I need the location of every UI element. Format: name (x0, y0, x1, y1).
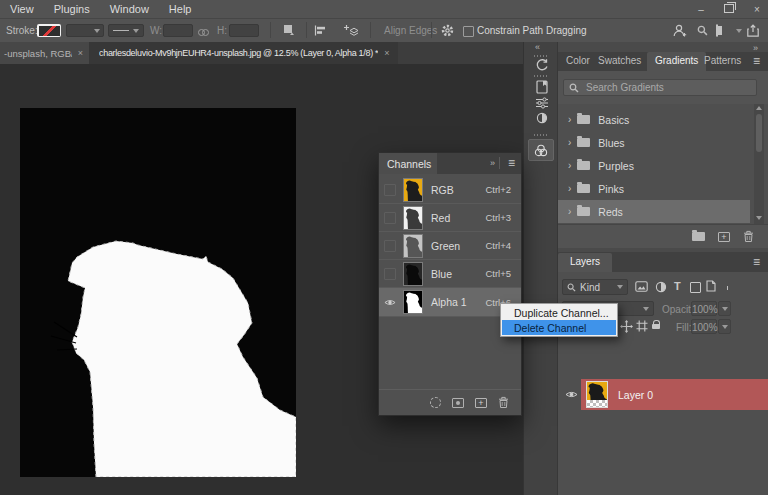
visibility-toggle[interactable] (384, 184, 396, 196)
stroke-swatch-button[interactable] (37, 24, 61, 37)
constrain-path-label: Constrain Path Dragging (477, 25, 587, 36)
channel-row-blue[interactable]: Blue Ctrl+5 (379, 260, 521, 288)
filter-adjustment-layers-icon[interactable] (655, 281, 667, 293)
channels-panel-icon[interactable] (528, 139, 554, 161)
lock-artboard-icon[interactable] (636, 320, 648, 332)
restore-button[interactable] (722, 4, 736, 15)
channel-row-red[interactable]: Red Ctrl+3 (379, 204, 521, 232)
eye-icon[interactable] (384, 296, 396, 308)
panel-menu-icon[interactable]: ≡ (753, 255, 760, 269)
new-group-folder-icon[interactable] (692, 232, 705, 241)
visibility-toggle[interactable] (384, 212, 396, 224)
channel-row-green[interactable]: Green Ctrl+4 (379, 232, 521, 260)
scrollbar[interactable] (754, 104, 764, 224)
constrain-path-checkbox[interactable] (463, 26, 474, 37)
layer-row[interactable]: Layer 0 (558, 379, 768, 410)
visibility-toggle[interactable] (384, 240, 396, 252)
document-tab-active[interactable]: charlesdeluvio-Mv9hjnEUHR4-unsplash.jpg … (89, 42, 398, 64)
menu-item-duplicate-channel[interactable]: Duplicate Channel... (502, 305, 616, 320)
search-gradients-input[interactable] (584, 81, 751, 94)
lock-position-icon[interactable] (620, 320, 633, 333)
folder-reds-selected[interactable]: › Reds (558, 200, 750, 223)
channel-row-rgb[interactable]: RGB Ctrl+2 (379, 176, 521, 204)
channel-thumbnail (403, 290, 423, 314)
channels-tab[interactable]: Channels (379, 153, 437, 174)
chevron-down-icon[interactable] (736, 29, 742, 33)
search-icon[interactable] (697, 25, 708, 36)
path-alignment-button[interactable] (314, 25, 326, 36)
path-operations-button[interactable] (283, 24, 295, 36)
document-tab-bar: -unsplash, RGB/8) * × charlesdeluvio-Mv9… (0, 42, 524, 64)
layer-thumbnail[interactable] (586, 381, 608, 408)
stroke-style-dropdown[interactable] (108, 24, 144, 37)
history-icon[interactable] (524, 58, 559, 72)
tab-color[interactable]: Color (566, 55, 590, 66)
chevron-right-icon[interactable]: › (568, 183, 571, 194)
save-selection-as-channel-icon[interactable] (452, 398, 464, 408)
menu-view[interactable]: View (0, 0, 44, 18)
opacity-value[interactable]: 100% (691, 301, 717, 316)
chevron-right-icon[interactable]: › (568, 206, 571, 217)
trash-icon[interactable] (498, 396, 509, 409)
chevron-right-icon[interactable]: › (568, 160, 571, 171)
gear-icon[interactable] (441, 24, 454, 37)
new-channel-icon[interactable]: + (475, 398, 487, 408)
menu-window[interactable]: Window (100, 0, 159, 18)
document-tab-inactive[interactable]: -unsplash, RGB/8) * × (0, 42, 89, 64)
folder-label: Reds (598, 206, 623, 218)
filter-pixel-layers-icon[interactable] (635, 281, 648, 292)
libraries-icon[interactable] (524, 80, 559, 94)
chevron-right-icon[interactable]: › (568, 114, 571, 125)
eye-icon[interactable] (565, 390, 578, 399)
link-dimensions-icon[interactable] (198, 27, 209, 38)
menu-help[interactable]: Help (159, 0, 202, 18)
panel-menu-icon[interactable]: ≡ (753, 54, 760, 68)
document-canvas[interactable] (20, 108, 296, 477)
folder-purples[interactable]: › Purples (558, 154, 750, 177)
path-arrangement-button[interactable] (343, 24, 358, 37)
close-button[interactable]: × (750, 4, 764, 15)
properties-icon[interactable] (524, 97, 559, 109)
channel-name: Blue (431, 268, 485, 280)
menu-item-delete-channel[interactable]: Delete Channel (502, 320, 616, 335)
close-icon[interactable]: × (78, 48, 83, 58)
panel-menu-icon[interactable]: ≡ (508, 156, 515, 170)
tab-bar-empty (398, 42, 524, 64)
layer-name[interactable]: Layer 0 (618, 389, 653, 401)
filter-shape-layers-icon[interactable] (690, 282, 701, 293)
folder-label: Purples (598, 160, 634, 172)
minimize-button[interactable]: – (694, 4, 708, 15)
filter-type-layers-icon[interactable]: T (674, 280, 681, 292)
channels-header[interactable]: Channels » ≡ (379, 153, 521, 174)
chevron-right-icon[interactable]: › (568, 137, 571, 148)
width-field[interactable] (163, 24, 193, 37)
layer-filter-kind-dropdown[interactable]: Kind (562, 279, 628, 295)
adjustments-icon[interactable] (524, 112, 559, 124)
workspace-switcher-icon[interactable] (716, 24, 718, 37)
tab-swatches[interactable]: Swatches (598, 55, 641, 66)
close-icon[interactable]: × (384, 48, 389, 58)
folder-pinks[interactable]: › Pinks (558, 177, 750, 200)
load-selection-icon[interactable] (430, 397, 441, 408)
scroll-up-icon[interactable] (756, 106, 762, 110)
filter-smart-objects-icon[interactable] (706, 280, 716, 292)
share-icon[interactable] (747, 24, 759, 37)
folder-blues[interactable]: › Blues (558, 131, 750, 154)
fill-value[interactable]: 100% (691, 319, 717, 334)
trash-icon[interactable] (743, 230, 754, 243)
share-profile-icon[interactable] (673, 24, 687, 37)
opacity-chevron[interactable] (718, 301, 731, 316)
tab-patterns[interactable]: Patterns (704, 55, 741, 66)
height-field[interactable] (229, 24, 259, 37)
scrollbar-thumb[interactable] (756, 114, 762, 152)
fill-chevron[interactable] (718, 319, 731, 334)
expand-dock-chevron[interactable]: « (535, 42, 540, 52)
stroke-type-dropdown[interactable] (66, 24, 104, 37)
scroll-down-icon[interactable] (756, 216, 762, 220)
visibility-toggle[interactable] (384, 268, 396, 280)
new-gradient-icon[interactable]: + (718, 232, 730, 242)
menu-plugins[interactable]: Plugins (44, 0, 100, 18)
folder-basics[interactable]: › Basics (558, 108, 750, 131)
chevron-down-icon (643, 307, 649, 311)
collapse-panel-chevron[interactable]: » (490, 158, 495, 168)
